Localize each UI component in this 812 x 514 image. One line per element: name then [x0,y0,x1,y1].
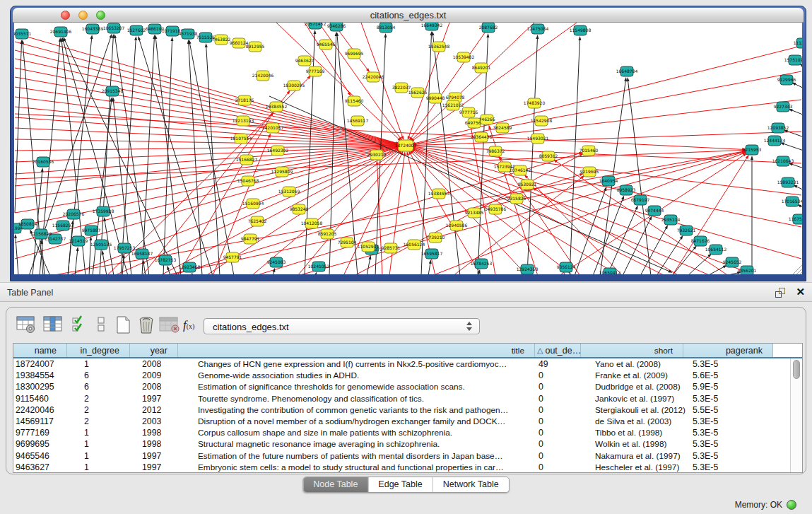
graph-node[interactable]: 22420046 [363,72,384,82]
graph-node[interactable]: 9777169 [306,66,325,76]
graph-node[interactable]: 9356124 [557,262,576,272]
graph-node[interactable]: 11675333 [789,214,802,224]
graph-node[interactable]: 7739210 [426,233,445,243]
table-row[interactable]: 1456911722003Disruption of a novel membe… [13,416,802,427]
tab-node-table[interactable]: Node Table [303,477,368,492]
memory-ok-indicator[interactable] [787,500,796,510]
float-panel-icon[interactable] [775,288,785,298]
graph-node[interactable]: 9245083 [267,257,286,267]
network-canvas[interactable]: 4035571206914061604338910653287152760264… [14,23,802,274]
tab-edge-table[interactable]: Edge Table [368,477,433,492]
graph-node[interactable]: 9990448 [426,93,445,103]
graph-node[interactable]: 9777716 [459,107,478,117]
table-row[interactable]: 946362711997Embryonic stem cells: a mode… [13,462,802,473]
unselect-rows-icon[interactable] [95,315,108,334]
graph-node[interactable]: 10653287 [103,23,125,33]
column-header-pagerank[interactable]: pagerank [683,344,773,357]
graph-node[interactable]: 8215953 [743,145,762,155]
graph-node[interactable]: 15312059 [278,187,300,197]
graph-node[interactable]: 9457791 [223,252,242,262]
graph-node[interactable]: 12924368 [517,264,539,274]
graph-node[interactable]: 10746142 [510,165,531,175]
graph-node[interactable]: 9227343 [774,102,793,112]
graph-node[interactable]: 16595817 [421,249,443,259]
graph-node[interactable]: 3624589 [493,123,512,133]
column-header-name[interactable]: name [13,344,67,357]
graph-node[interactable]: 10412058 [301,218,323,228]
graph-node[interactable]: 12505135 [90,240,112,250]
graph-node[interactable]: 1850814 [18,219,37,229]
graph-node[interactable]: 14935786 [485,204,507,214]
graph-node[interactable]: 9245652 [723,257,742,267]
table-row[interactable]: 946554611997Estimation of the future num… [13,450,802,462]
graph-node[interactable]: 1640954 [599,176,618,186]
graph-node[interactable]: 6679197 [631,195,650,205]
graph-node[interactable]: 16784253 [471,259,493,269]
graph-node[interactable]: 4671938 [179,29,198,39]
graph-node[interactable]: 16648784 [616,66,638,76]
graph-node[interactable]: 7986372 [486,146,505,156]
graph-node[interactable]: 9463627 [295,56,314,66]
table-row[interactable]: 911546021997Tourette syndrome. Phenomeno… [13,393,802,404]
graph-node[interactable]: 9699695 [345,49,364,59]
graph-node[interactable]: 1562625 [408,88,428,98]
graph-node[interactable]: 19384552 [266,102,288,112]
graph-node[interactable]: 14569117 [347,116,369,126]
graph-node[interactable]: 8958923 [617,185,636,195]
graph-node[interactable]: 15046768 [237,176,259,186]
graph-node[interactable]: 12940586 [446,221,468,230]
graph-node[interactable]: 1214519 [69,236,88,246]
graph-node[interactable]: 10241052 [308,262,330,271]
graph-node[interactable]: 15751074 [784,55,802,65]
graph-node[interactable]: 16782753 [155,255,177,265]
graph-node[interactable]: 18300295 [283,81,305,90]
graph-node[interactable]: 7625402 [248,216,267,226]
graph-node[interactable]: 9219695 [580,167,599,177]
graph-node[interactable]: 11549808 [570,25,592,35]
close-panel-icon[interactable]: ✕ [796,286,805,298]
graph-node[interactable]: 10539482 [453,52,475,62]
table-selector-dropdown[interactable]: citations_edges.txt [204,318,480,334]
column-header-out_de[interactable]: △out_de… [535,344,581,357]
graph-node[interactable]: 19384554 [428,189,450,199]
table-row[interactable]: 1830029562008Estimation of significance … [13,381,802,392]
tab-network-table[interactable]: Network Table [433,477,509,492]
graph-node[interactable]: 12475084 [527,24,549,34]
graph-node[interactable]: 8912955 [246,42,265,52]
graph-node[interactable]: 15166827 [236,155,258,165]
vertical-scrollbar[interactable] [790,358,802,472]
graph-node[interactable]: 746266 [479,115,495,124]
table-row[interactable]: 969969511998Structural magnetic resonanc… [13,438,802,450]
table-row[interactable]: 977716911998Corpus callosum shape and si… [13,427,802,438]
table-settings-button[interactable] [16,315,36,334]
graph-node[interactable]: 7463822 [212,35,231,45]
graph-node[interactable]: 8059312 [539,151,558,161]
graph-node[interactable]: 8471676 [691,236,710,246]
window-titlebar[interactable]: citations_edges.txt [13,8,804,23]
graph-node[interactable]: 18724007 [395,140,417,151]
column-header-title[interactable]: title [178,344,535,357]
graph-node[interactable]: 1527602 [127,25,146,35]
graph-node[interactable]: 10654112 [705,245,727,255]
graph-node[interactable]: 11295809 [271,167,293,177]
graph-node[interactable]: 8649201 [472,63,491,73]
graph-node[interactable]: 20206576 [63,209,85,219]
new-table-button[interactable] [114,315,134,335]
table-row[interactable]: 1872400712008Changes of HCN gene express… [13,358,802,370]
graph-node[interactable]: 2087682 [479,23,498,33]
graph-node[interactable]: 9285731 [382,243,401,253]
table-row[interactable]: 2242004622012Investigating the contribut… [13,404,802,416]
graph-node[interactable]: 9853240 [290,204,309,214]
graph-node[interactable]: 16958187 [131,249,153,259]
graph-node[interactable]: 19362548 [428,42,450,52]
column-header-year[interactable]: year [130,344,178,357]
column-header-in_degree[interactable]: in_degree [67,344,130,357]
graph-node[interactable]: 9465546 [317,40,336,49]
graph-node[interactable]: 21420046 [252,71,274,81]
graph-node[interactable]: 9474444 [645,206,664,216]
graph-node[interactable]: 20915346 [102,86,124,96]
graph-node[interactable]: 15493021 [527,134,549,144]
graph-node[interactable]: 7295104 [338,238,357,247]
graph-node[interactable]: 17483920 [524,98,546,108]
column-header-short[interactable]: short [581,344,683,357]
